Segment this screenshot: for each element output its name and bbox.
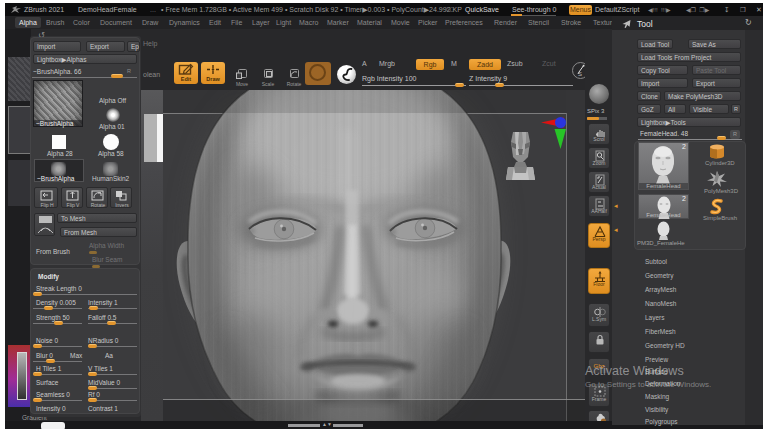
svg-text:Flip V: Flip V [67, 202, 80, 208]
svg-text:Rotate: Rotate [91, 202, 106, 208]
svg-text:Edit: Edit [181, 76, 192, 82]
svg-text:Invers: Invers [115, 202, 129, 208]
svg-text:S: S [578, 71, 582, 77]
svg-text:Draw: Draw [206, 76, 220, 82]
svg-text:Flip H: Flip H [40, 202, 53, 208]
